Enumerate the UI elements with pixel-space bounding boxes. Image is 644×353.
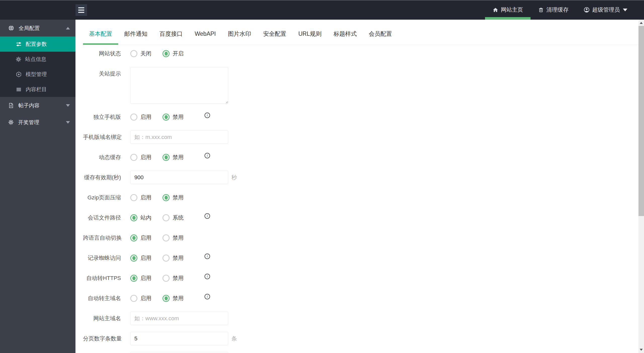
radio-circle-icon: [163, 295, 170, 302]
radio-option-label: 禁用: [173, 274, 184, 282]
input-suffix-unit: 条: [231, 332, 237, 345]
form-input-5[interactable]: [130, 171, 228, 184]
form-row-5: 缓存有效期(秒)秒: [83, 171, 644, 184]
info-icon[interactable]: i: [205, 254, 210, 259]
radio-option-4-1[interactable]: 禁用: [163, 154, 184, 161]
sidebar-subitem-0-1[interactable]: 站点信息: [0, 52, 75, 67]
radio-option-6-1[interactable]: 禁用: [163, 194, 184, 201]
radio-option-label: 禁用: [173, 295, 184, 302]
radio-circle-icon: [130, 255, 137, 262]
info-icon[interactable]: i: [205, 274, 210, 279]
sidebar-item-1[interactable]: 帖子内容: [0, 97, 75, 114]
sidebar-toggle-button[interactable]: [75, 4, 87, 16]
tab-0[interactable]: 基本配置: [83, 20, 118, 45]
radio-group: 启用禁用: [130, 251, 195, 265]
radio-option-label: 启用: [140, 274, 151, 282]
radio-option-4-0[interactable]: 启用: [130, 154, 151, 161]
radio-option-10-1[interactable]: 禁用: [163, 274, 184, 282]
radio-option-2-0[interactable]: 启用: [130, 113, 151, 121]
tab-7[interactable]: 标题样式: [328, 20, 363, 45]
radio-option-7-1[interactable]: 系统: [163, 214, 184, 222]
tab-6[interactable]: URL规则: [292, 20, 328, 45]
radio-option-label: 开启: [173, 50, 184, 57]
top-bar: 网站主页清理缓存超级管理员: [0, 0, 644, 20]
radio-circle-icon: [163, 255, 170, 262]
sidebar-item-2[interactable]: 开奖管理: [0, 114, 75, 131]
radio-group: 启用禁用: [130, 231, 195, 245]
radio-circle-icon: [130, 114, 137, 121]
info-icon[interactable]: i: [205, 213, 210, 219]
radio-option-label: 禁用: [173, 194, 184, 201]
radio-circle-icon: [130, 275, 137, 282]
form-label: 自动转HTTPS: [83, 271, 125, 285]
radio-option-label: 启用: [140, 194, 151, 201]
radio-group: 站内系统: [130, 211, 195, 225]
tab-4[interactable]: 图片水印: [222, 20, 257, 45]
chevron-down-icon: [623, 9, 627, 11]
radio-option-2-1[interactable]: 禁用: [163, 113, 184, 121]
trash-icon: [538, 7, 544, 13]
radio-circle-icon: [163, 214, 170, 221]
info-icon[interactable]: i: [205, 153, 210, 158]
form-label: 跨语言自动切换: [83, 231, 125, 245]
form-control: [130, 352, 228, 353]
form-control: 启用禁用i: [130, 251, 210, 265]
sidebar-subitem-0-2[interactable]: 模型管理: [0, 67, 75, 82]
radio-option-6-0[interactable]: 启用: [130, 194, 151, 201]
tab-5[interactable]: 安全配置: [257, 20, 292, 45]
sidebar-item-label: 开奖管理: [18, 119, 39, 126]
tab-8[interactable]: 会员配置: [363, 20, 398, 45]
gear-icon: [8, 119, 14, 125]
scrollbar-thumb[interactable]: [638, 26, 644, 216]
form-textarea-1[interactable]: [130, 67, 228, 104]
form-row-2: 独立手机版启用禁用i: [83, 110, 644, 124]
radio-option-11-1[interactable]: 禁用: [163, 295, 184, 302]
sidebar-subitem-label: 站点信息: [25, 56, 46, 63]
sidebar-subitem-0-3[interactable]: 内容栏目: [0, 82, 75, 97]
header-nav-item-admin-user[interactable]: 超级管理员: [576, 0, 635, 20]
info-icon[interactable]: i: [205, 294, 210, 299]
tab-bar: 基本配置邮件通知百度接口WebAPI图片水印安全配置URL规则标题样式会员配置: [83, 20, 638, 45]
radio-option-9-1[interactable]: 禁用: [163, 254, 184, 262]
form-label: 记录蜘蛛访问: [83, 251, 125, 265]
tab-3[interactable]: WebAPI: [189, 20, 222, 45]
info-icon[interactable]: i: [205, 113, 210, 118]
radio-option-8-0[interactable]: 启用: [130, 234, 151, 242]
radio-option-9-0[interactable]: 启用: [130, 254, 151, 262]
radio-option-8-1[interactable]: 禁用: [163, 234, 184, 242]
sidebar-item-0[interactable]: 全局配置: [0, 20, 75, 37]
radio-option-label: 系统: [173, 214, 184, 222]
scroll-up-button[interactable]: [638, 20, 644, 26]
radio-option-11-0[interactable]: 启用: [130, 295, 151, 302]
sidebar-subitem-0-0[interactable]: 配置参数: [0, 37, 75, 52]
form-control: 启用禁用i: [130, 292, 210, 305]
main-content: 基本配置邮件通知百度接口WebAPI图片水印安全配置URL规则标题样式会员配置 …: [75, 20, 644, 353]
admin-page: 网站主页清理缓存超级管理员 全局配置配置参数站点信息模型管理内容栏目帖子内容开奖…: [0, 0, 644, 353]
form-input-14[interactable]: [130, 352, 228, 353]
form-label: 缓存有效期(秒): [83, 171, 125, 184]
form-control: 关闭开启: [130, 47, 195, 60]
radio-option-7-0[interactable]: 站内: [130, 214, 151, 222]
radio-option-label: 关闭: [140, 50, 151, 57]
radio-option-0-1[interactable]: 开启: [163, 50, 184, 57]
form-input-12[interactable]: [130, 312, 228, 325]
form-control: 启用禁用: [130, 231, 195, 245]
arrow-up-icon: [640, 22, 643, 24]
tab-2[interactable]: 百度接口: [153, 20, 189, 45]
radio-option-label: 启用: [140, 254, 151, 262]
scroll-down-button[interactable]: [638, 346, 644, 353]
sidebar-submenu: 配置参数站点信息模型管理内容栏目: [0, 37, 75, 97]
header-nav-item-site-home[interactable]: 网站主页: [485, 0, 531, 20]
form-input-13[interactable]: [130, 332, 228, 345]
chevron-up-icon: [66, 27, 70, 29]
radio-option-10-0[interactable]: 启用: [130, 274, 151, 282]
list-icon: [16, 86, 22, 93]
form-input-3[interactable]: [130, 130, 228, 144]
radio-option-0-0[interactable]: 关闭: [130, 50, 151, 57]
form-control: 秒: [130, 171, 237, 184]
chevron-down-icon: [66, 104, 70, 107]
header-nav-item-clear-cache[interactable]: 清理缓存: [531, 0, 576, 20]
radio-circle-icon: [163, 275, 170, 282]
form-control: [130, 67, 228, 104]
tab-1[interactable]: 邮件通知: [118, 20, 153, 45]
